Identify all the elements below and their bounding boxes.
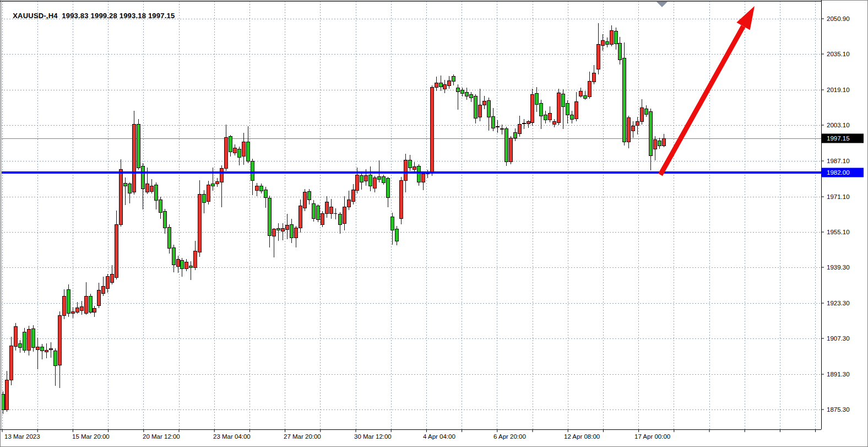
candle-bear xyxy=(203,194,206,202)
candle-bull xyxy=(14,326,18,346)
candle-bull xyxy=(176,259,180,266)
grid-lines xyxy=(1,1,821,429)
price-label: 1875.30 xyxy=(827,406,850,413)
candle-bear xyxy=(645,109,648,114)
candle-bear xyxy=(439,83,442,87)
candle-bear xyxy=(246,142,249,161)
candle-bull xyxy=(295,228,298,238)
candle-bull xyxy=(557,93,561,122)
candle-bear xyxy=(649,112,653,156)
candle-bull xyxy=(93,308,96,312)
candle-bull xyxy=(198,194,202,252)
candle-bear xyxy=(496,126,499,127)
time-label: 13 Mar 2023 xyxy=(4,433,40,440)
candle-bear xyxy=(277,229,280,230)
candle-bull xyxy=(45,351,48,352)
candle-bear xyxy=(470,95,473,98)
candle-bear xyxy=(605,41,609,44)
candle-bear xyxy=(237,149,241,157)
candle-bull xyxy=(347,200,350,207)
candle-bull xyxy=(351,190,355,201)
price-axis[interactable]: 2050.902035.102019.102003.101987.101971.… xyxy=(821,15,864,413)
candlestick-chart[interactable]: 2050.902035.102019.102003.101987.101971.… xyxy=(0,0,868,447)
candle-bear xyxy=(268,198,272,235)
candle-bear xyxy=(23,332,26,350)
price-label: 2019.10 xyxy=(827,87,850,93)
candle-bear xyxy=(619,44,622,60)
candle-bear xyxy=(452,76,455,81)
candle-bear xyxy=(378,177,381,180)
time-label: 6 Apr 20:00 xyxy=(493,433,526,440)
time-axis[interactable]: 13 Mar 202315 Mar 20:0020 Mar 12:0023 Ma… xyxy=(2,429,816,440)
candle-bear xyxy=(571,115,574,120)
candle-bear xyxy=(623,58,626,142)
candle-bear xyxy=(264,190,267,198)
candle-bull xyxy=(303,192,307,208)
scroll-position-marker xyxy=(657,2,668,7)
level-price-badge-text: 1982.00 xyxy=(827,169,850,176)
candle-bear xyxy=(308,192,311,200)
chart-frame xyxy=(0,0,821,429)
candle-bull xyxy=(421,174,425,182)
candle-series xyxy=(1,23,665,413)
candle-bull xyxy=(286,225,289,229)
candle-bull xyxy=(662,138,665,146)
candle-bear xyxy=(535,94,539,105)
candle-bear xyxy=(457,88,460,91)
candle-bear xyxy=(504,128,508,162)
candle-bull xyxy=(207,185,210,202)
candle-bear xyxy=(417,166,420,182)
candle-bull xyxy=(80,306,83,310)
candle-bear xyxy=(89,296,92,312)
candle-bull xyxy=(194,251,197,267)
candle-bear xyxy=(316,206,319,220)
candle-bull xyxy=(435,83,438,87)
candle-bull xyxy=(413,167,416,169)
mt4-chart-window: 2050.902035.102019.102003.101987.101971.… xyxy=(0,0,868,447)
candle-bear xyxy=(53,351,57,365)
candle-bull xyxy=(356,175,359,190)
candle-bear xyxy=(540,104,543,116)
candle-bull xyxy=(365,176,368,181)
candle-bear xyxy=(658,141,661,146)
time-label: 27 Mar 20:00 xyxy=(284,433,321,440)
candle-bear xyxy=(461,90,464,93)
candle-bull xyxy=(627,118,631,142)
candle-bear xyxy=(259,186,263,191)
candle-bear xyxy=(513,133,517,138)
candle-bull xyxy=(71,312,74,314)
candle-bull xyxy=(343,207,346,223)
candle-bull xyxy=(527,122,530,124)
trend-arrow-shaft[interactable] xyxy=(660,26,744,175)
trend-arrow-head[interactable] xyxy=(736,6,755,30)
candle-bull xyxy=(233,148,236,153)
candle-bear xyxy=(154,185,158,201)
candle-bull xyxy=(321,213,324,224)
candle-bear xyxy=(395,229,399,241)
candle-bear xyxy=(19,343,22,347)
time-label: 15 Mar 20:00 xyxy=(72,433,110,440)
candle-bull xyxy=(430,88,433,172)
candle-bull xyxy=(522,123,525,124)
candle-bear xyxy=(163,212,166,228)
candle-bull xyxy=(579,91,582,96)
candle-bear xyxy=(290,224,294,238)
candle-bear xyxy=(32,329,35,348)
candle-bull xyxy=(601,41,604,45)
candle-bear xyxy=(491,116,495,128)
candle-bull xyxy=(224,137,227,169)
candle-bull xyxy=(273,229,276,236)
candle-bear xyxy=(1,395,4,410)
candle-bear xyxy=(172,247,175,265)
candle-bear xyxy=(189,266,193,268)
candle-bull xyxy=(588,81,591,96)
candle-bull xyxy=(255,186,258,190)
candle-bear xyxy=(391,217,394,230)
candle-bear xyxy=(387,179,390,198)
candle-bear xyxy=(369,175,372,186)
candle-bull xyxy=(500,129,503,130)
candle-bull xyxy=(115,224,118,278)
candle-bull xyxy=(654,140,657,149)
candle-bull xyxy=(145,184,149,192)
candle-bull xyxy=(479,105,482,117)
